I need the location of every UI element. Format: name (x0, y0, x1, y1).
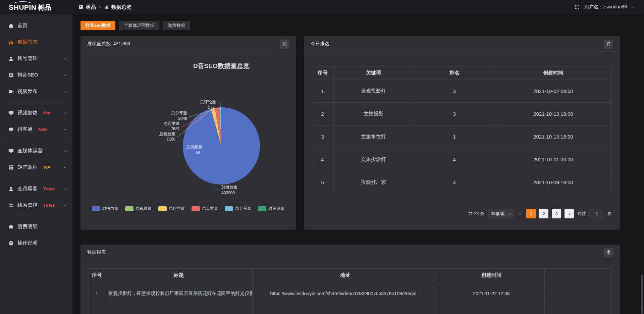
sidebar-item-matrix-boost[interactable]: 矩阵助推 VIP (0, 159, 72, 175)
scrollbar-thumb[interactable] (641, 275, 643, 314)
goto-page-input[interactable] (589, 209, 604, 218)
sidebar-item-label: 消费明细 (17, 223, 38, 230)
tab-inquiry-data[interactable]: 询盘数据 (163, 21, 190, 30)
sidebar-item-video-publish[interactable]: 视频发布 (0, 83, 72, 100)
cell-index: 1 (89, 282, 105, 305)
logo-text-en: SHUPIN (9, 4, 36, 11)
wallet-icon (8, 224, 14, 229)
sidebar-item-label: 操作说明 (17, 240, 38, 246)
main-content: 抖音seo数据 全媒体运营数据 询盘数据 展现量总数: 421,369 总 D音… (72, 14, 644, 314)
sidebar-item-lead-monitor[interactable]: 线索监控 Tools (0, 197, 72, 213)
cell-keyword: 文旅水纹灯 (333, 125, 414, 148)
legend-item[interactable]: 总播放量 (92, 206, 118, 211)
rank-panel-title: 今日排名 (311, 41, 329, 47)
sidebar-item-member-burst[interactable]: 会员爆客 Tools (0, 180, 72, 197)
day-badge[interactable]: 日 (604, 40, 613, 49)
tab-douyin-seo-data[interactable]: 抖音seo数据 (80, 21, 115, 30)
sidebar-item-home[interactable]: 首页 (0, 17, 72, 34)
pie-label: 总评论量 (200, 100, 216, 104)
sidebar-item-label: 抖客通 (17, 126, 33, 133)
vip-tag: VIP (43, 165, 50, 170)
pie-value: 402909 (221, 191, 235, 195)
col-rank: 排名 (414, 66, 495, 80)
question-circle-icon: ? (8, 241, 14, 246)
table-badge[interactable]: 表 (604, 248, 613, 257)
legend-swatch (192, 206, 200, 211)
label-line (217, 102, 221, 107)
monitor-icon (8, 148, 14, 154)
app-logo: SHUPIN 树品 (0, 4, 72, 11)
next-page-button[interactable]: › (565, 209, 574, 218)
pie-label: 总点赞量 (163, 121, 180, 126)
sidebar-item-account[interactable]: 账号管理 (0, 50, 72, 67)
fullscreen-icon[interactable] (575, 5, 580, 9)
prev-page-button[interactable]: ‹ (517, 211, 523, 217)
table-row: 3 文旅水纹灯 1 2021-10-13 18:00 (312, 125, 612, 148)
page-suffix-label: 页 (607, 211, 612, 217)
page-button-1[interactable]: 1 (526, 209, 536, 218)
col-keyword: 关键词 (333, 66, 414, 80)
sidebar-item-consumption[interactable]: 消费明细 (0, 218, 72, 235)
legend-item[interactable]: 总视频量 (125, 206, 152, 211)
chevron-down-icon (64, 56, 67, 60)
chevron-down-icon (64, 187, 67, 190)
legend-item[interactable]: 总点赞量 (192, 206, 218, 211)
sidebar-item-data-overview[interactable]: 数据总览 (0, 34, 72, 50)
table-row-partial (89, 305, 612, 314)
chevron-down-icon (64, 127, 67, 130)
bar-chart-icon (104, 5, 109, 9)
legend-item[interactable]: 总评论量 (258, 206, 284, 211)
seo-pie-chart: D音SEO数据量总览总播放量402909总视频量58总粉丝量7100总点赞量76… (80, 52, 296, 202)
legend-label: 总视频量 (136, 206, 152, 211)
table-row: 4 文旅投影灯 4 2021-10-01 09:00 (312, 148, 612, 171)
page-size-select[interactable]: 10条/页 (488, 209, 514, 218)
legend-label: 总播放量 (102, 206, 118, 211)
sidebar-item-label: 数据总览 (17, 39, 38, 45)
sidebar-divider (5, 140, 67, 140)
tab-omnimedia-data[interactable]: 全媒体运营数据 (119, 21, 159, 30)
col-extra (545, 269, 612, 282)
rank-table: 序号 关键词 排名 创建时间 1 景观投影灯 3 2021-10 (312, 66, 612, 194)
legend-item[interactable]: 总粉丝量 (158, 206, 185, 211)
sidebar-item-omnimedia[interactable]: 全媒体运营 (0, 143, 72, 159)
pie-value: 7100 (166, 137, 175, 142)
hot-tag: Hot (43, 110, 51, 115)
data-report-panel: 数据报表 表 序号 标题 地址 创建时间 (80, 245, 620, 314)
tools-tag: Tools (43, 203, 55, 208)
sidebar-item-video-heat[interactable]: 视频加热 Hot (0, 105, 72, 121)
cell-created: 2021-10-13 18:00 (495, 103, 611, 125)
legend-swatch (225, 206, 233, 211)
total-badge[interactable]: 总 (280, 40, 289, 49)
cell-rank: 4 (414, 171, 495, 194)
cell-keyword: 景观投影灯 (333, 80, 414, 103)
breadcrumb: 树品 > 数据总览 (78, 4, 131, 10)
page-button-3[interactable]: 3 (552, 209, 561, 218)
app-window-icon (78, 5, 83, 9)
sidebar-item-douyin-seo[interactable]: 抖音SEO (0, 67, 72, 83)
scrollbar[interactable] (641, 14, 643, 314)
pie-value: 3049 (178, 116, 187, 121)
cell-url-link[interactable]: https://www.iesdouyin.com/share/video/70… (252, 282, 438, 305)
sidebar-item-label: 线索监控 (17, 202, 38, 208)
sidebar-divider (5, 102, 67, 102)
page-button-2[interactable]: 2 (539, 209, 548, 218)
screen-icon (8, 110, 14, 116)
table-row: 2 文旅投影 3 2021-10-13 18:00 (312, 103, 612, 125)
cell-created: 2021-10-02 09:00 (495, 80, 611, 103)
legend-item[interactable]: 总分享量 (225, 206, 251, 211)
cell-keyword: 文旅投影灯 (333, 148, 414, 171)
pie-label: 总分享量 (171, 111, 187, 115)
breadcrumb-item-root[interactable]: 树品 (86, 4, 96, 10)
page-size-value: 10条/页 (491, 211, 505, 217)
sidebar-item-label: 视频发布 (17, 88, 38, 95)
impressions-chart-panel: 展现量总数: 421,369 总 D音SEO数据量总览总播放量402909总视频… (80, 36, 296, 230)
sidebar-item-doukestong[interactable]: 抖客通 New (0, 121, 72, 138)
total-count-label: 共 23 条 (468, 211, 484, 217)
chevron-down-icon (64, 73, 67, 76)
cell-index: 4 (312, 148, 333, 171)
legend-label: 总粉丝量 (169, 206, 185, 211)
legend-swatch (158, 206, 167, 211)
sidebar-item-help[interactable]: ? 操作说明 (0, 235, 72, 251)
username-label[interactable]: 用户名：zswodun88 (584, 4, 627, 10)
table-row: 1 景观投影灯，夜游景观投影灯厂家展示展示落花灯在花园里的灯光投影应用效果 # … (89, 282, 612, 305)
